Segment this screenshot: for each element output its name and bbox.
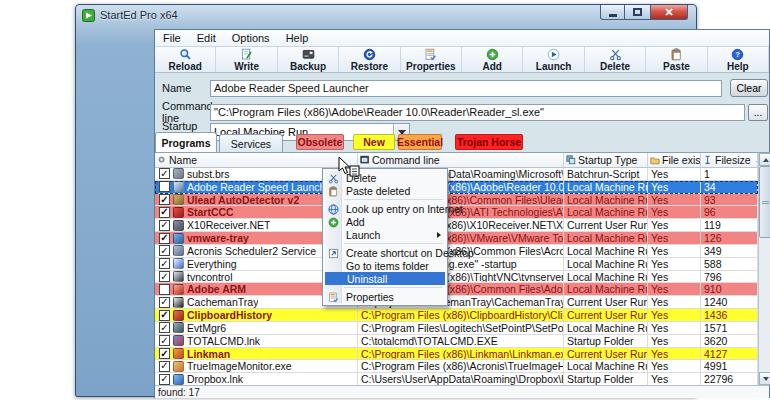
linkman-icon	[173, 348, 184, 359]
adobe-arm-icon	[173, 284, 184, 295]
name-input[interactable]	[210, 80, 722, 97]
file-exists-cell: Yes	[648, 168, 701, 180]
enabled-checkbox-checked[interactable]: ✓	[159, 322, 170, 333]
table-row[interactable]: Adobe Reader Speed Launcher"C:\Program F…	[155, 181, 758, 194]
enabled-checkbox-unchecked[interactable]	[159, 181, 170, 192]
enabled-checkbox-checked[interactable]: ✓	[159, 335, 170, 346]
vmware-icon	[173, 233, 184, 244]
help-toolbar-button[interactable]: ?Help	[708, 47, 769, 72]
enabled-checkbox-checked[interactable]: ✓	[159, 220, 170, 231]
clear-button[interactable]: Clear	[730, 79, 768, 97]
table-row[interactable]: ✓TrueImageMonitor.exeC:\Program Files (x…	[155, 360, 758, 373]
scroll-up-button[interactable]	[759, 153, 770, 166]
context-menu-item-launch[interactable]: Launch	[324, 228, 446, 241]
context-menu-item-properties[interactable]: Properties	[324, 290, 446, 303]
filesize-cell: 1571	[701, 322, 758, 334]
column-header-filesize[interactable]: Filesize	[701, 153, 758, 167]
legend-essential[interactable]: Essential	[398, 134, 442, 150]
file-exists-cell: Yes	[648, 271, 701, 283]
browse-button[interactable]: ...	[748, 104, 768, 121]
table-row[interactable]: ✓TOTALCMD.lnkC:\totalcmd\TOTALCMD.EXESta…	[155, 335, 758, 348]
command-line-input[interactable]	[210, 104, 745, 121]
table-row[interactable]: ✓tvncontrol"C:\Program Files (x86)\Tight…	[155, 271, 758, 284]
table-row[interactable]: ✓subst.brsC:\Users\User\AppData\Roaming\…	[155, 168, 758, 181]
context-menu-item-add[interactable]: Add	[324, 215, 446, 228]
table-row[interactable]: ✓Everything"C:\Apps\Everything.exe" -sta…	[155, 258, 758, 271]
context-menu-item-go-to-items-folder[interactable]: Go to items folder	[324, 259, 446, 272]
legend-new[interactable]: New	[353, 134, 395, 150]
legend-obsolete[interactable]: Obsolete	[296, 134, 344, 150]
enabled-checkbox-checked[interactable]: ✓	[159, 271, 170, 282]
write-toolbar-button[interactable]: Write	[216, 47, 277, 72]
maximize-button[interactable]	[625, 5, 650, 20]
table-row[interactable]: ✓X10Receiver.NETC:\Program Files (x86)\X…	[155, 219, 758, 232]
properties-icon	[327, 291, 339, 303]
table-row[interactable]: ✓vmware-trayC:\Program Files (x86)\VMwar…	[155, 232, 758, 245]
close-button[interactable]: ✕	[650, 5, 688, 20]
clipboard-icon	[173, 310, 184, 321]
context-menu-item-paste-deleted[interactable]: Paste deleted	[324, 184, 446, 197]
table-row[interactable]: Adobe ARM"C:\Program Files (x86)\Common …	[155, 283, 758, 296]
scrollbar-thumb[interactable]	[759, 166, 770, 238]
enabled-checkbox-checked[interactable]: ✓	[159, 310, 170, 321]
menu-edit[interactable]: Edit	[189, 32, 224, 44]
file-exists-cell: Yes	[648, 309, 701, 321]
tab-programs[interactable]: Programs	[155, 132, 217, 152]
column-header-file-exists[interactable]: File exists	[648, 153, 701, 167]
scroll-down-button[interactable]	[759, 372, 770, 385]
column-header-startup-type[interactable]: Startup Type	[564, 153, 648, 167]
table-header: NameCommand lineStartup TypeFile existsF…	[155, 153, 758, 168]
file-exists-cell: Yes	[648, 360, 701, 372]
tab-services[interactable]: Services	[219, 134, 283, 152]
delete-toolbar-button[interactable]: Delete	[585, 47, 646, 72]
enabled-checkbox-checked[interactable]: ✓	[159, 258, 170, 269]
column-header-name[interactable]: Name	[155, 153, 358, 167]
menu-help[interactable]: Help	[278, 32, 317, 44]
filesize-cell: 4127	[701, 348, 758, 360]
enabled-checkbox-checked[interactable]: ✓	[159, 361, 170, 372]
properties-toolbar-button[interactable]: Properties	[401, 47, 462, 72]
table-row[interactable]: ✓EvtMgr6C:\Program Files\Logitech\SetPoi…	[155, 322, 758, 335]
table-row[interactable]: ✓LinkmanC:\Program Files (x86)\Linkman\L…	[155, 348, 758, 361]
item-name: Dropbox.lnk	[187, 373, 243, 385]
backup-toolbar-button[interactable]: Backup	[278, 47, 339, 72]
filesize-cell: 1240	[701, 296, 758, 308]
column-header-command-line[interactable]: Command line	[358, 153, 564, 167]
reload-toolbar-button[interactable]: Reload	[155, 47, 216, 72]
enabled-checkbox-checked[interactable]: ✓	[159, 297, 170, 308]
menu-file[interactable]: File	[155, 32, 189, 44]
enabled-checkbox-checked[interactable]: ✓	[159, 207, 170, 218]
toolbar-button-label: Restore	[351, 61, 388, 72]
startup-type-cell: Startup Folder	[564, 335, 648, 347]
paste-toolbar-button[interactable]: Paste	[646, 47, 707, 72]
enabled-checkbox-checked[interactable]: ✓	[159, 194, 170, 205]
minimize-button[interactable]	[600, 5, 625, 20]
restore-toolbar-button[interactable]: Restore	[339, 47, 400, 72]
context-menu-item-uninstall[interactable]: Uninstall	[325, 272, 445, 285]
context-menu-item-create-shortcut-on-desktop[interactable]: Create shortcut on Desktop	[324, 246, 446, 259]
enabled-checkbox-checked[interactable]: ✓	[159, 245, 170, 256]
enabled-checkbox-checked[interactable]: ✓	[159, 233, 170, 244]
title-bar[interactable]: StartEd Pro x64 ✕	[76, 5, 696, 25]
everything-icon	[173, 258, 184, 269]
name-cell: ✓Dropbox.lnk	[155, 373, 358, 385]
table-row[interactable]: ✓CachemanTrayC:\projects7\CachemanTray\C…	[155, 296, 758, 309]
enabled-checkbox-checked[interactable]: ✓	[159, 168, 170, 179]
enabled-checkbox-checked[interactable]: ✓	[159, 374, 170, 385]
vertical-scrollbar[interactable]	[758, 152, 770, 385]
dropbox-icon	[173, 374, 184, 385]
table-row[interactable]: ✓ClipboardHistoryC:\Program Files (x86)\…	[155, 309, 758, 322]
command-cell: C:\Program Files (x86)\Linkman\Linkman.e…	[358, 348, 564, 360]
enabled-checkbox-unchecked[interactable]	[159, 284, 170, 295]
menu-bar: FileEditOptionsHelp	[155, 30, 769, 47]
filesize-cell: 1436	[701, 309, 758, 321]
menu-options[interactable]: Options	[224, 32, 278, 44]
legend-trojan-horse[interactable]: Trojan Horse	[455, 134, 523, 150]
launch-toolbar-button[interactable]: Launch	[523, 47, 584, 72]
add-toolbar-button[interactable]: Add	[462, 47, 523, 72]
toolbar: ReloadWriteBackupRestorePropertiesAddLau…	[155, 47, 769, 73]
enabled-checkbox-checked[interactable]: ✓	[159, 348, 170, 359]
context-menu-item-look-up-entry-on-internet[interactable]: Look up entry on Internet	[324, 202, 446, 215]
command-cell: C:\Program Files (x86)\ClipboardHistory\…	[358, 309, 564, 321]
filesize-cell: 349	[701, 245, 758, 257]
